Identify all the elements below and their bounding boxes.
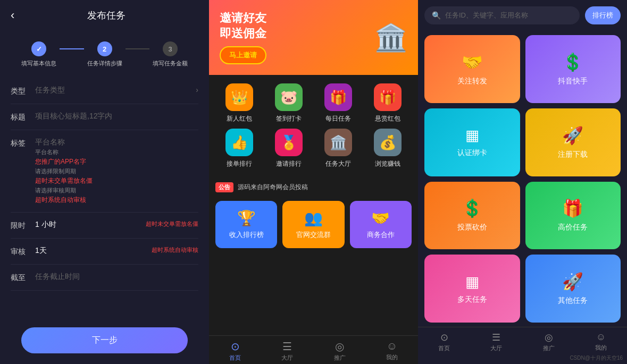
review-hint: 超时系统自动审核 xyxy=(152,246,198,254)
nav-label-mine: 我的 xyxy=(386,353,398,361)
announcement-bar: 公告 源码来自阿奇网会员投稿 xyxy=(209,179,418,196)
back-icon[interactable]: ‹ xyxy=(11,9,14,22)
icon-item-3[interactable]: 🎁 悬赏红包 xyxy=(363,83,413,123)
search-placeholder-text: 任务ID、关键字、应用名称 xyxy=(445,11,528,20)
icon-circle-7: 💰 xyxy=(374,129,402,156)
icon-item-0[interactable]: 👑 新人红包 xyxy=(214,83,264,123)
form-row-tag[interactable]: 标签 平台名称 平台名称 您推广的APP名字 请选择限制周期 超时未交单需放名僵… xyxy=(11,130,198,213)
p3-nav-promote[interactable]: ◎ 推广 xyxy=(523,332,575,352)
p3-nav-icon-promote: ◎ xyxy=(545,332,553,343)
cat-label-2: 认证绑卡 xyxy=(457,148,487,158)
panel-app-home: 邀请好友 即送佣金 马上邀请 🏛️ 👑 新人红包 🐷 签到打卡 🎁 每日任务 🎁… xyxy=(209,0,418,364)
bottom-card-0[interactable]: 🏆 收入排行榜 xyxy=(215,201,277,248)
p3-nav-mine[interactable]: ☺ 我的 xyxy=(575,332,627,352)
step-circle-1: ✓ xyxy=(31,41,46,56)
icon-label-5: 邀请排行 xyxy=(276,159,302,168)
search-input-wrap[interactable]: 🔍 任务ID、关键字、应用名称 xyxy=(424,6,580,24)
cat-icon-7: 🚀 xyxy=(562,272,583,292)
tag-hint-period2: 请选择审核周期 xyxy=(35,187,198,194)
tag-hint-platform: 平台名称 xyxy=(35,148,198,156)
step-label-2: 任务详情步骤 xyxy=(87,60,122,67)
cat-card-6[interactable]: ▦ 多天任务 xyxy=(424,255,520,323)
panel1-header: ‹ 发布任务 xyxy=(0,0,209,31)
p3-nav-hall[interactable]: ☰ 大厅 xyxy=(470,332,522,352)
icon-circle-1: 🐷 xyxy=(275,83,303,111)
nav-item-home[interactable]: ⊙ 首页 xyxy=(209,340,261,362)
icon-circle-3: 🎁 xyxy=(374,83,402,111)
icon-item-5[interactable]: 🏅 邀请排行 xyxy=(264,129,313,168)
cat-icon-0: 🤝 xyxy=(462,52,483,72)
form-row-type[interactable]: 类型 任务类型 › xyxy=(11,78,198,104)
cat-card-1[interactable]: 💲 抖音快手 xyxy=(525,35,621,103)
nav-icon-home: ⊙ xyxy=(231,340,240,353)
cat-card-5[interactable]: 🎁 高价任务 xyxy=(525,182,621,250)
step-1: ✓ 填写基本信息 xyxy=(21,41,56,67)
form-row-title[interactable]: 标题 项目核心短标题,12字内 xyxy=(11,104,198,130)
cat-card-3[interactable]: 🚀 注册下载 xyxy=(525,108,621,176)
banner-title-line1: 邀请好友 xyxy=(220,11,369,26)
p3-nav-label-home: 首页 xyxy=(438,344,450,352)
icon-grid: 👑 新人红包 🐷 签到打卡 🎁 每日任务 🎁 悬赏红包 👍 接单排行 🏅 邀请排… xyxy=(209,75,418,179)
nav-item-hall[interactable]: ☰ 大厅 xyxy=(261,340,313,362)
value-type: 任务类型 xyxy=(30,86,196,95)
cat-icon-6: ▦ xyxy=(465,273,479,291)
bottom-card-label-1: 官网交流群 xyxy=(296,230,331,240)
value-deadline: 任务截止时间 xyxy=(30,272,198,282)
banner-invite-btn[interactable]: 马上邀请 xyxy=(220,46,266,64)
arrow-type: › xyxy=(196,86,198,94)
search-icon: 🔍 xyxy=(432,11,441,20)
label-deadline: 截至 xyxy=(11,272,30,283)
icon-label-7: 浏览赚钱 xyxy=(375,159,400,168)
panel-publish-task: ‹ 发布任务 ✓ 填写基本信息 2 任务详情步骤 3 填写任务金额 类型 任务类… xyxy=(0,0,209,364)
banner-decoration-icon: 🏛️ xyxy=(374,22,407,53)
rank-button[interactable]: 排行榜 xyxy=(585,6,621,24)
steps-container: ✓ 填写基本信息 2 任务详情步骤 3 填写任务金额 xyxy=(0,31,209,73)
watermark: CSDN@十月的天空16 xyxy=(418,354,627,364)
icon-item-6[interactable]: 🏛️ 任务大厅 xyxy=(314,129,363,168)
cat-card-0[interactable]: 🤝 关注转发 xyxy=(424,35,520,103)
step-label-1: 填写基本信息 xyxy=(21,60,56,67)
bottom-card-1[interactable]: 👥 官网交流群 xyxy=(282,201,344,248)
tag-red-3: 超时系统自动审核 xyxy=(35,196,198,205)
label-time: 限时 xyxy=(11,220,30,231)
icon-item-7[interactable]: 💰 浏览赚钱 xyxy=(363,129,413,168)
nav-item-promote[interactable]: ◎ 推广 xyxy=(314,340,366,362)
tag-main: 平台名称 xyxy=(35,138,198,147)
category-grid: 🤝 关注转发 💲 抖音快手 ▦ 认证绑卡 🚀 注册下载 💲 投票砍价 🎁 高价任… xyxy=(418,31,627,327)
value-title: 项目核心短标题,12字内 xyxy=(30,112,198,121)
p3-nav-icon-mine: ☺ xyxy=(596,332,606,343)
label-type: 类型 xyxy=(11,86,30,96)
cat-card-2[interactable]: ▦ 认证绑卡 xyxy=(424,108,520,176)
tag-row: 平台名称 平台名称 您推广的APP名字 请选择限制周期 超时未交单需放名僵 请选… xyxy=(30,138,198,205)
icon-circle-4: 👍 xyxy=(225,129,253,156)
step-line-2 xyxy=(126,48,150,49)
cat-label-5: 高价任务 xyxy=(558,223,588,232)
form-row-deadline[interactable]: 截至 任务截止时间 xyxy=(11,265,198,291)
bottom-card-2[interactable]: 🤝 商务合作 xyxy=(350,201,412,248)
icon-item-2[interactable]: 🎁 每日任务 xyxy=(314,83,363,123)
bottom-card-icon-2: 🤝 xyxy=(371,209,390,227)
nav-label-home: 首页 xyxy=(229,354,241,362)
form-row-review[interactable]: 审核 1天 超时系统自动审核 xyxy=(11,239,198,265)
icon-item-4[interactable]: 👍 接单排行 xyxy=(214,129,264,168)
nav-icon-promote: ◎ xyxy=(335,340,344,353)
next-button[interactable]: 下一步 xyxy=(21,327,188,353)
icon-item-1[interactable]: 🐷 签到打卡 xyxy=(264,83,313,123)
step-label-3: 填写任务金额 xyxy=(153,60,188,67)
step-2: 2 任务详情步骤 xyxy=(87,41,122,67)
icon-label-3: 悬赏红包 xyxy=(375,114,400,123)
search-bar: 🔍 任务ID、关键字、应用名称 排行榜 xyxy=(418,0,627,31)
bottom-nav-panel3: ⊙ 首页 ☰ 大厅 ◎ 推广 ☺ 我的 xyxy=(418,327,627,354)
p3-nav-icon-hall: ☰ xyxy=(492,332,500,343)
bottom-card-icon-0: 🏆 xyxy=(237,209,256,227)
cat-icon-3: 🚀 xyxy=(562,125,583,146)
bottom-card-label-0: 收入排行榜 xyxy=(229,230,264,240)
nav-item-mine[interactable]: ☺ 我的 xyxy=(366,340,418,362)
cat-card-7[interactable]: 🚀 其他任务 xyxy=(525,255,621,323)
form-row-time[interactable]: 限时 1 小时 超时未交单需放名僵 xyxy=(11,213,198,239)
icon-circle-0: 👑 xyxy=(225,83,253,111)
p3-nav-home[interactable]: ⊙ 首页 xyxy=(418,332,470,352)
bottom-nav-panel2: ⊙ 首页 ☰ 大厅 ◎ 推广 ☺ 我的 xyxy=(209,335,418,364)
panel1-title: 发布任务 xyxy=(14,9,198,22)
cat-card-4[interactable]: 💲 投票砍价 xyxy=(424,182,520,250)
